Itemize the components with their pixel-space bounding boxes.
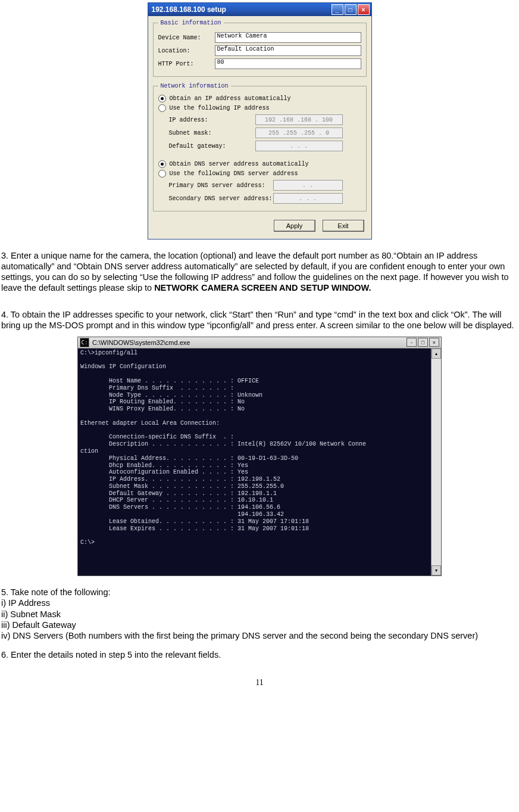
setup-titlebar[interactable]: 192.168.168.100 setup _ □ × <box>148 3 371 16</box>
cmd-output: C:\>ipconfig/all Windows IP Configuratio… <box>78 349 431 576</box>
apply-button[interactable]: Apply <box>274 220 315 232</box>
minimize-icon[interactable]: - <box>407 338 417 347</box>
radio-dot-icon <box>158 160 166 168</box>
ip-address-input[interactable]: 192 .168 .168 . 100 <box>255 114 343 125</box>
secondary-dns-label: Secondary DNS server address: <box>169 195 273 202</box>
cmd-app-icon: C: <box>80 338 89 347</box>
http-port-label: HTTP Port: <box>158 61 215 67</box>
setup-dialog: 192.168.168.100 setup _ □ × Basic inform… <box>148 2 372 239</box>
exit-button[interactable]: Exit <box>323 220 364 232</box>
subnet-mask-label: Subnet mask: <box>169 130 255 136</box>
cmd-titlebar[interactable]: C: C:\WINDOWS\system32\cmd.exe - □ × <box>78 337 441 349</box>
basic-info-group: Basic information Device Name: Network C… <box>153 20 367 77</box>
scroll-up-icon[interactable]: ▴ <box>432 349 441 359</box>
dialog-body: Basic information Device Name: Network C… <box>148 16 371 239</box>
close-icon[interactable]: × <box>429 338 439 347</box>
minimize-icon[interactable]: _ <box>332 4 343 15</box>
primary-dns-label: Primary DNS server address: <box>169 182 273 189</box>
gateway-input[interactable]: . . . <box>255 141 343 151</box>
radio-auto-ip[interactable]: Obtain an IP address automatically <box>158 95 361 102</box>
device-name-label: Device Name: <box>158 35 215 41</box>
radio-auto-ip-label: Obtain an IP address automatically <box>170 95 291 102</box>
cmd-window-title: C:\WINDOWS\system32\cmd.exe <box>92 339 405 346</box>
page-number: 11 <box>0 678 519 687</box>
device-name-input[interactable]: Network Camera <box>215 32 361 43</box>
radio-static-dns-label: Use the following DNS server address <box>170 170 298 177</box>
radio-dot-icon <box>158 170 166 178</box>
radio-static-dns[interactable]: Use the following DNS server address <box>158 170 361 178</box>
radio-auto-dns-label: Obtain DNS server address automatically <box>170 161 309 167</box>
secondary-dns-input[interactable]: . . . <box>273 193 343 204</box>
paragraph-6: 6. Enter the details noted in step 5 int… <box>0 649 519 660</box>
primary-dns-input[interactable]: . . <box>273 180 343 191</box>
subnet-mask-input[interactable]: 255 .255 .255 . 0 <box>255 127 343 138</box>
http-port-input[interactable]: 80 <box>215 58 361 69</box>
location-input[interactable]: Default Location <box>215 45 361 56</box>
basic-info-legend: Basic information <box>158 20 224 26</box>
paragraph-5-iv: iv) DNS Servers (Both numbers with the f… <box>1 630 518 641</box>
radio-dot-icon <box>158 95 166 102</box>
radio-auto-dns[interactable]: Obtain DNS server address automatically <box>158 160 361 168</box>
radio-static-ip[interactable]: Use the following IP address <box>158 104 361 112</box>
paragraph-4: 4. To obtain the IP addresses specific t… <box>0 309 519 331</box>
cmd-scrollbar[interactable]: ▴ ▾ <box>431 349 441 576</box>
cmd-window: C: C:\WINDOWS\system32\cmd.exe - □ × C:\… <box>77 337 442 577</box>
paragraph-3: 3. Enter a unique name for the camera, t… <box>0 250 519 294</box>
paragraph-3-bold: NETWORK CAMERA SCREEN AND SETUP WINDOW. <box>154 283 371 293</box>
maximize-icon[interactable]: □ <box>418 338 428 347</box>
radio-dot-icon <box>158 104 166 112</box>
close-icon[interactable]: × <box>358 4 370 15</box>
paragraph-5-i: i) IP Address <box>1 598 518 608</box>
scroll-down-icon[interactable]: ▾ <box>432 565 441 575</box>
paragraph-5-iii: iii) Default Gateway <box>1 620 518 630</box>
network-info-legend: Network information <box>158 83 231 89</box>
paragraph-5-head: 5. Take note of the following: <box>1 587 518 598</box>
network-info-group: Network information Obtain an IP address… <box>153 83 367 211</box>
gateway-label: Default gateway: <box>169 143 255 150</box>
maximize-icon[interactable]: □ <box>345 4 357 15</box>
window-title: 192.168.168.100 setup <box>152 5 330 14</box>
paragraph-5: 5. Take note of the following: i) IP Add… <box>0 587 519 641</box>
radio-static-ip-label: Use the following IP address <box>170 105 270 111</box>
location-label: Location: <box>158 48 215 54</box>
paragraph-5-ii: ii) Subnet Mask <box>1 609 518 620</box>
ip-address-label: IP address: <box>169 117 255 123</box>
